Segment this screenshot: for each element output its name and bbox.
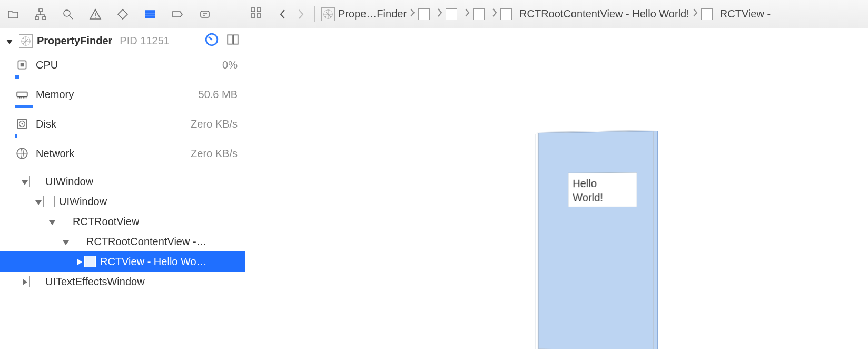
- svg-rect-14: [17, 92, 27, 97]
- breakpoint-icon[interactable]: [170, 6, 185, 22]
- debug-nav-icon[interactable]: [142, 6, 158, 22]
- tree-label: RCTRootView: [73, 216, 139, 228]
- view-icon: [446, 8, 457, 20]
- view-icon: [418, 8, 430, 20]
- chevron-right-icon: [492, 8, 497, 20]
- stat-value: 0%: [222, 59, 238, 71]
- breadcrumb-item[interactable]: RCTView -: [701, 8, 771, 20]
- separator: [269, 6, 269, 22]
- report-icon[interactable]: [197, 6, 213, 22]
- network-icon: [15, 146, 29, 161]
- stat-label: Network: [36, 148, 184, 160]
- stat-label: CPU: [36, 59, 216, 71]
- breadcrumb-item[interactable]: RCTRootContentView - Hello World!: [500, 8, 689, 20]
- stat-value: Zero KB/s: [191, 118, 238, 130]
- process-name: PropertyFinder: [37, 35, 112, 47]
- chevron-right-icon: [693, 8, 698, 20]
- view-icon: [29, 176, 41, 187]
- stat-bar-disk: [15, 134, 238, 138]
- nav-forward[interactable]: [293, 7, 308, 22]
- view-icon: [29, 276, 41, 287]
- app-icon: [19, 34, 33, 48]
- view-icon: [84, 256, 96, 267]
- disclosure-icon[interactable]: [20, 176, 29, 188]
- disk-icon: [15, 117, 29, 131]
- stat-bar-memory: [15, 105, 238, 108]
- svg-point-3: [64, 10, 70, 16]
- layer-rctview-hello[interactable]: Hello World!: [568, 172, 637, 207]
- view-icon: [500, 8, 512, 20]
- view-debugger-canvas[interactable]: Hello World!: [245, 28, 868, 349]
- breadcrumb-label: RCTRootContentView - Hello World!: [519, 8, 689, 20]
- breadcrumb-label: Prope…Finder: [338, 8, 407, 20]
- tree-label: RCTView - Hello Wo…: [100, 256, 207, 268]
- svg-rect-6: [145, 16, 155, 18]
- gauge-icon[interactable]: [205, 33, 219, 49]
- svg-rect-2: [43, 17, 46, 20]
- view-icon: [701, 8, 713, 20]
- svg-point-17: [22, 123, 23, 125]
- nav-back[interactable]: [275, 7, 290, 22]
- tree-label: UIWindow: [45, 176, 93, 188]
- disclosure-icon[interactable]: [6, 35, 15, 47]
- disclosure-icon[interactable]: [34, 196, 43, 208]
- tree-row[interactable]: RCTRootContentView -…: [0, 231, 245, 251]
- chevron-right-icon: [410, 8, 415, 20]
- stat-row-network[interactable]: Network Zero KB/s: [0, 142, 245, 163]
- tree-row-selected[interactable]: RCTView - Hello Wo…: [0, 251, 245, 272]
- disclosure-icon[interactable]: [75, 256, 84, 268]
- svg-rect-7: [201, 11, 209, 17]
- disclosure-icon[interactable]: [20, 276, 29, 288]
- view-icon: [57, 216, 68, 227]
- editor-panel: Prope…Finder RCTRootContentView - Hello …: [245, 0, 868, 349]
- svg-rect-22: [257, 14, 261, 17]
- app-icon: [321, 7, 335, 21]
- hello-line1: Hello: [573, 176, 632, 190]
- svg-rect-5: [145, 14, 155, 15]
- stat-row-cpu[interactable]: CPU 0%: [0, 53, 245, 74]
- tree-label: UIWindow: [59, 196, 107, 208]
- stat-value: 50.6 MB: [199, 89, 238, 101]
- navigator-panel: PropertyFinder PID 11251 CPU 0%: [0, 0, 245, 349]
- svg-rect-1: [35, 17, 38, 20]
- svg-rect-19: [251, 8, 255, 12]
- tree-row[interactable]: RCTRootView: [0, 211, 245, 231]
- search-icon[interactable]: [60, 6, 76, 22]
- tree-row[interactable]: UITextEffectsWindow: [0, 272, 245, 292]
- stat-label: Disk: [36, 118, 184, 130]
- breadcrumb-item[interactable]: [446, 8, 461, 20]
- svg-rect-11: [233, 35, 238, 44]
- related-items-icon[interactable]: [250, 6, 262, 22]
- cpu-icon: [15, 57, 29, 72]
- tree-label: UITextEffectsWindow: [45, 276, 145, 288]
- svg-rect-13: [21, 63, 24, 67]
- separator: [314, 6, 315, 22]
- tree-row[interactable]: UIWindow: [0, 191, 245, 211]
- hierarchy-icon[interactable]: [33, 6, 48, 22]
- layer-rctrootcontentview[interactable]: [538, 131, 654, 349]
- split-view-icon[interactable]: [226, 33, 240, 49]
- memory-icon: [15, 87, 29, 102]
- disclosure-icon[interactable]: [47, 216, 57, 228]
- svg-rect-20: [257, 8, 261, 12]
- process-pid: PID 11251: [120, 35, 170, 47]
- tree-row[interactable]: UIWindow: [0, 171, 245, 191]
- stat-row-disk[interactable]: Disk Zero KB/s: [0, 112, 245, 133]
- chevron-right-icon: [465, 8, 470, 20]
- view-icon: [43, 196, 55, 207]
- breadcrumb-label: RCTView -: [720, 8, 771, 20]
- stat-row-memory[interactable]: Memory 50.6 MB: [0, 83, 245, 104]
- folder-icon[interactable]: [5, 6, 21, 22]
- warning-icon[interactable]: [87, 6, 103, 22]
- svg-rect-0: [39, 9, 42, 12]
- breadcrumb-item[interactable]: [418, 8, 434, 20]
- process-header[interactable]: PropertyFinder PID 11251: [0, 28, 245, 53]
- svg-rect-21: [251, 14, 255, 17]
- disclosure-icon[interactable]: [61, 236, 71, 248]
- path-bar: Prope…Finder RCTRootContentView - Hello …: [245, 0, 868, 28]
- diamond-icon[interactable]: [115, 6, 131, 22]
- breadcrumb-item[interactable]: Prope…Finder: [321, 7, 407, 21]
- view-stack[interactable]: Hello World!: [530, 129, 667, 349]
- breadcrumb-item[interactable]: [473, 8, 489, 20]
- view-hierarchy-tree: UIWindow UIWindow RCTRootView RCTRootCon…: [0, 171, 245, 292]
